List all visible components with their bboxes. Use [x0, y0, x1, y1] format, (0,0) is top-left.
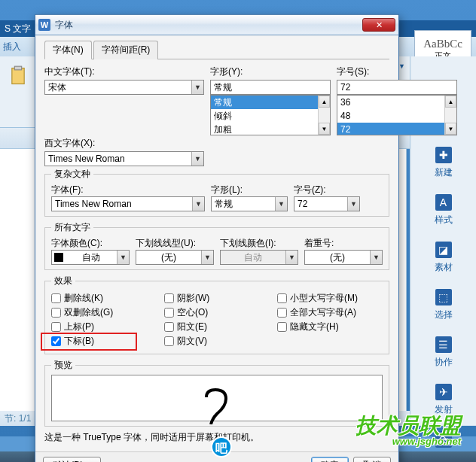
chevron-down-icon: ▼: [192, 197, 204, 211]
paste-icon: [8, 65, 29, 87]
complex-legend: 复杂文种: [51, 168, 93, 181]
logo-badge: 吧: [211, 436, 232, 457]
chk-engrave[interactable]: 阴文(V): [164, 335, 270, 348]
chk-dbl-strike[interactable]: 双删除线(G): [51, 306, 157, 319]
font-color-combo[interactable]: 自动▼: [51, 250, 130, 265]
cjk-font-combo[interactable]: 宋体▼: [44, 80, 204, 95]
launch-icon: ✈: [435, 384, 452, 400]
default-button[interactable]: 默认(D)...: [43, 457, 101, 462]
chk-hidden[interactable]: 隐藏文字(H): [277, 321, 383, 333]
preview-box: [51, 375, 383, 421]
underline-combo[interactable]: (无)▼: [136, 250, 214, 265]
dialog-tabs: 字体(N) 字符间距(R): [44, 40, 389, 59]
preview-glyph: [202, 387, 232, 430]
chevron-down-icon: ▼: [275, 197, 287, 211]
scrollbar[interactable]: ▲▼: [318, 96, 330, 135]
chk-emboss[interactable]: 阳文(E): [164, 321, 270, 333]
chk-subscript[interactable]: 下标(B): [51, 335, 157, 348]
chk-shadow[interactable]: 阴影(W): [164, 292, 270, 305]
tab-spacing[interactable]: 字符间距(R): [93, 41, 159, 59]
cjk-font-label: 中文字体(T):: [44, 65, 204, 78]
style-listbox[interactable]: 常规 倾斜 加粗 ▲▼: [210, 95, 331, 135]
chevron-down-icon: ▼: [191, 152, 203, 166]
panel-select[interactable]: ⬚选择: [410, 281, 476, 329]
color-swatch: [54, 253, 63, 262]
chevron-down-icon: ▼: [191, 81, 203, 94]
svg-rect-0: [12, 68, 24, 84]
list-item[interactable]: 常规: [211, 96, 318, 109]
complex-font-combo[interactable]: Times New Roman▼: [51, 196, 205, 211]
chk-superscript[interactable]: 上标(P): [51, 321, 157, 333]
scrollbar[interactable]: ▲▼: [444, 96, 456, 135]
app-icon: W: [38, 19, 50, 31]
cancel-button[interactable]: 取消: [353, 457, 391, 462]
chk-allcaps[interactable]: 全部大写字母(A): [277, 306, 383, 319]
collab-icon: ☰: [435, 336, 452, 353]
effects-legend: 效果: [51, 275, 75, 287]
select-icon: ⬚: [435, 289, 452, 305]
alltext-legend: 所有文字: [51, 221, 93, 234]
chevron-down-icon: ▼: [370, 251, 382, 264]
panel-style[interactable]: A样式: [410, 187, 476, 234]
complex-style-combo[interactable]: 常规▼: [211, 196, 288, 211]
emphasis-combo[interactable]: (无)▼: [304, 250, 383, 265]
underline-color-combo: 自动▼: [220, 250, 298, 265]
dialog-titlebar[interactable]: W 字体 ✕: [35, 14, 398, 35]
style-input[interactable]: [210, 80, 331, 95]
ok-button[interactable]: 确定: [311, 457, 349, 462]
effects-group: 效果 删除线(K) 双删除线(G) 上标(P) 下标(B) 阴影(W) 空心(O…: [44, 275, 389, 354]
panel-collab[interactable]: ☰协作: [410, 329, 476, 376]
chk-strike[interactable]: 删除线(K): [51, 292, 157, 305]
font-dialog: W 字体 ✕ 字体(N) 字符间距(R) 中文字体(T): 宋体▼ 字形(Y):…: [35, 14, 399, 462]
preview-legend: 预览: [51, 359, 75, 372]
chevron-down-icon: ▼: [347, 197, 359, 211]
new-icon: ✚: [435, 147, 452, 163]
size-label: 字号(S):: [337, 65, 457, 78]
size-input[interactable]: [337, 80, 457, 95]
list-item[interactable]: 72: [337, 123, 444, 135]
list-item[interactable]: 倾斜: [211, 109, 318, 123]
chk-smallcaps[interactable]: 小型大写字母(M): [277, 292, 383, 305]
chevron-down-icon: ▼: [285, 251, 298, 264]
list-item[interactable]: 36: [337, 96, 444, 109]
close-button[interactable]: ✕: [362, 18, 395, 32]
svg-rect-1: [14, 66, 21, 70]
panel-material[interactable]: ◪素材: [410, 234, 476, 281]
style-icon: A: [435, 194, 452, 211]
size-listbox[interactable]: 36 48 72 ▲▼: [337, 95, 457, 135]
list-item[interactable]: 48: [337, 109, 444, 123]
material-icon: ◪: [435, 242, 452, 258]
style-label: 字形(Y):: [210, 65, 331, 78]
complex-size-combo[interactable]: 72▼: [294, 196, 360, 211]
list-item[interactable]: 加粗: [211, 123, 318, 135]
latin-font-label: 西文字体(X):: [44, 137, 204, 150]
dialog-title: 字体: [55, 19, 362, 32]
all-text-group: 所有文字 字体颜色(C): 自动▼ 下划线线型(U): (无)▼ 下划线颜色(I…: [44, 221, 389, 270]
preview-group: 预览: [44, 359, 389, 427]
latin-font-combo[interactable]: Times New Roman▼: [44, 151, 204, 166]
chevron-down-icon: ▼: [201, 251, 213, 264]
chevron-down-icon: ▼: [117, 251, 129, 264]
tab-font[interactable]: 字体(N): [44, 41, 92, 59]
watermark: 技术员联盟 www.jsgho.net: [355, 412, 461, 447]
panel-new[interactable]: ✚新建: [410, 139, 476, 187]
chk-outline[interactable]: 空心(O): [164, 306, 270, 319]
complex-script-group: 复杂文种 字体(F): Times New Roman▼ 字形(L): 常规▼ …: [44, 168, 389, 217]
